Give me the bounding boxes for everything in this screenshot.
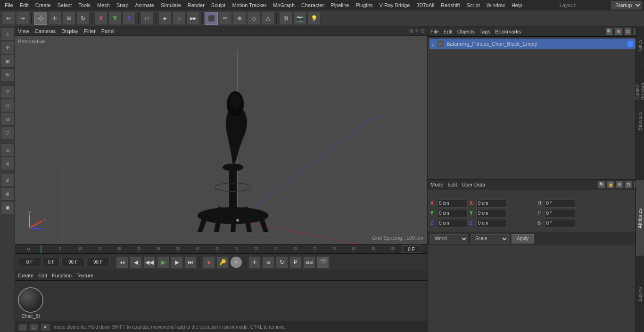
step-forward-button[interactable]: ▶	[171, 256, 183, 268]
menu-mesh[interactable]: Mesh	[94, 1, 113, 9]
menu-render[interactable]: Render	[185, 1, 207, 9]
menu-character[interactable]: Character	[298, 1, 327, 9]
sidebar-grid-btn[interactable]: ⊞	[1, 187, 14, 201]
playback-frame-current[interactable]	[43, 258, 60, 267]
viewport-icon-layout[interactable]: ⊞	[409, 28, 413, 33]
attr-b-input[interactable]	[545, 219, 575, 227]
attr-p-input[interactable]	[545, 209, 575, 218]
sidebar-obj4-btn[interactable]: ⬡	[1, 126, 14, 139]
menu-sculpt[interactable]: Sculpt	[208, 1, 229, 9]
viewport-icon-expand[interactable]: ⊡	[421, 28, 424, 33]
sidebar-cursor-btn[interactable]: ⊹	[1, 27, 14, 40]
extrude-tool-button[interactable]: ◇	[247, 12, 260, 25]
sidebar-snap-btn[interactable]: ⊙	[1, 174, 14, 187]
status-close-icon[interactable]: ✕	[41, 324, 50, 331]
attr-y-pos-input[interactable]	[437, 209, 468, 218]
timeline-track[interactable]: 5 10 15 20 25 30 35 40 45 50 55 60 65 70	[41, 245, 397, 253]
menu-create[interactable]: Create	[33, 1, 54, 9]
go-to-end-button[interactable]: ⏭	[184, 256, 197, 268]
attr-header-edit[interactable]: Edit	[448, 182, 457, 187]
viewport-menu-view[interactable]: View	[18, 28, 29, 34]
attr-header-mode[interactable]: Mode	[430, 182, 444, 187]
play-reverse-button[interactable]: ◀◀	[143, 256, 156, 268]
layout-select[interactable]: Startup	[611, 1, 642, 9]
menu-edit[interactable]: Edit	[17, 1, 32, 9]
attr-z-pos-input[interactable]	[437, 219, 468, 227]
attr-settings-icon[interactable]: ⚙	[616, 181, 623, 188]
obj-header-file[interactable]: File	[430, 29, 439, 34]
undo-button[interactable]: ↩	[2, 12, 15, 25]
sidebar-scale-btn[interactable]: ⊞	[1, 55, 14, 68]
timeline-ruler[interactable]: 0 5 10 15 20 25 30 35 40	[15, 244, 427, 254]
menu-tools[interactable]: Tools	[75, 1, 93, 9]
playback-frame-start[interactable]	[18, 258, 41, 267]
scale-mode-button[interactable]: ⊞	[262, 256, 274, 268]
sidebar-mat1-btn[interactable]: △	[1, 143, 14, 156]
sidebar-obj3-btn[interactable]: ◎	[1, 113, 14, 126]
render-preview-button[interactable]: ▶	[158, 12, 172, 25]
attr-x2-input[interactable]	[476, 199, 507, 208]
sidebar-mat2-btn[interactable]: S	[1, 157, 14, 170]
material-item-chair[interactable]: Chair_Bl	[18, 287, 43, 319]
obj-expand-icon[interactable]: ⊡	[624, 28, 632, 35]
play-forward-button[interactable]: ▶	[157, 256, 169, 268]
menu-snap[interactable]: Snap	[114, 1, 132, 9]
menu-vray[interactable]: V-Ray Bridge	[377, 1, 413, 9]
object-item-chair[interactable]: L ○ Balancing_Fitness_Chair_Black_Empty	[429, 39, 642, 49]
playback-frame-end2[interactable]	[86, 258, 110, 267]
attr-expand-icon[interactable]: ⊡	[625, 181, 632, 188]
menu-motion-tracker[interactable]: Motion Tracker	[229, 1, 269, 9]
axis-x-button[interactable]: X	[94, 12, 107, 25]
viewport-menu-display[interactable]: Display	[61, 28, 78, 34]
mat-header-edit[interactable]: Edit	[38, 273, 47, 278]
menu-simulate[interactable]: Simulate	[158, 1, 184, 9]
attr-x-pos-input[interactable]	[437, 199, 468, 208]
obj-header-objects[interactable]: Objects	[457, 29, 475, 34]
status-render-icon[interactable]: 🎥	[18, 324, 27, 331]
menu-help[interactable]: Help	[509, 1, 525, 9]
rotate-mode-button[interactable]: ↻	[276, 256, 288, 268]
pivot-button[interactable]: P	[289, 256, 302, 268]
obj-visible-dot[interactable]	[627, 41, 633, 47]
menu-mograph[interactable]: MoGraph	[270, 1, 297, 9]
attr-search-icon[interactable]: 🔍	[598, 181, 605, 188]
menu-3dtoall[interactable]: 3DToAll	[413, 1, 437, 9]
cube-tool-button[interactable]: ⬛	[205, 12, 218, 25]
viewport-menu-cameras[interactable]: Cameras	[35, 28, 56, 34]
mat-header-texture[interactable]: Texture	[76, 273, 93, 278]
axis-z-button[interactable]: Z	[123, 12, 136, 25]
current-frame-input[interactable]	[402, 245, 421, 253]
sidebar-obj2-btn[interactable]: □	[1, 99, 14, 112]
status-view-icon[interactable]: □	[29, 324, 39, 331]
menu-pipeline[interactable]: Pipeline	[328, 1, 352, 9]
camera-tool-button[interactable]: 📷	[293, 12, 306, 25]
viewport-menu-filter[interactable]: Filter	[84, 28, 95, 34]
obj-search-icon[interactable]: 🔍	[605, 28, 613, 35]
obj-header-edit[interactable]: Edit	[444, 29, 453, 34]
viewport-icon-move[interactable]: ✛	[415, 28, 419, 33]
vtab-takes[interactable]: Takes	[636, 26, 644, 64]
mat-header-function[interactable]: Function	[52, 273, 72, 278]
scale-dropdown[interactable]: Scale Uniform	[471, 234, 509, 243]
vtab-attributes[interactable]: Attributes	[636, 180, 644, 256]
help-button[interactable]: ?	[230, 256, 242, 268]
menu-redshift[interactable]: Redshift	[438, 1, 462, 9]
mat-header-create[interactable]: Create	[18, 273, 33, 278]
render-all-button[interactable]: ▶▶	[187, 12, 200, 25]
attr-z2-input[interactable]	[476, 219, 507, 227]
menu-window[interactable]: Window	[484, 1, 508, 9]
attr-y2-input[interactable]	[476, 209, 507, 218]
vtab-content-browser[interactable]: Content Browser	[636, 64, 644, 102]
light-tool-button[interactable]: 💡	[307, 12, 321, 25]
viewport-3d[interactable]: Perspective Grid Spacing : 100 cm X Y Z	[15, 36, 427, 244]
sidebar-obj1-btn[interactable]: ▽	[1, 85, 14, 98]
vtab-layers[interactable]: Layers	[636, 256, 644, 332]
obj-header-bookmarks[interactable]: Bookmarks	[495, 29, 521, 34]
sidebar-tex-btn[interactable]: ▣	[1, 201, 14, 214]
attr-lock-icon[interactable]: 🔒	[607, 181, 614, 188]
world-dropdown[interactable]: World Object Screen	[430, 234, 468, 243]
keyframe-button[interactable]: ⊞⊞	[303, 256, 315, 268]
apply-button[interactable]: Apply	[512, 234, 534, 243]
camera-anim-button[interactable]: 🎬	[317, 256, 329, 268]
menu-script[interactable]: Script	[464, 1, 483, 9]
